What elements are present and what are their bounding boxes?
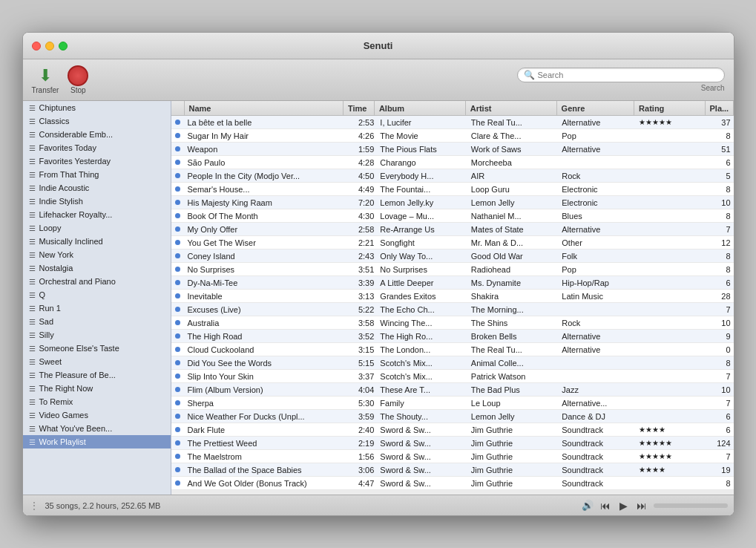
playlist-icon: ☰ (29, 358, 36, 366)
table-row[interactable]: Slip Into Your Skin 3:37 Scotch's Mix...… (171, 370, 734, 383)
table-row[interactable]: People In the City (Modjo Ver... 4:50 Ev… (171, 169, 734, 183)
sidebar-item[interactable]: ☰Nostalgia (23, 261, 171, 275)
sidebar-item[interactable]: ☰New York (23, 248, 171, 261)
table-row[interactable]: Nice Weather For Ducks (Unpl... 3:59 The… (171, 410, 734, 423)
title-bar: Senuti (23, 33, 734, 59)
playlist-icon: ☰ (29, 318, 36, 326)
col-header-rating[interactable]: Rating (634, 101, 705, 115)
sidebar-item[interactable]: ☰The Pleasure of Be... (23, 368, 171, 382)
sidebar-item[interactable]: ☰Someone Else's Taste (23, 342, 171, 355)
song-status-bullet (175, 333, 180, 339)
table-row[interactable]: The Ballad of the Space Babies 3:06 Swor… (171, 463, 734, 477)
close-button[interactable] (32, 42, 41, 50)
sidebar-item[interactable]: ☰Lifehacker Royalty... (23, 208, 171, 221)
sidebar-item[interactable]: ☰Musically Inclined (23, 235, 171, 248)
song-album-cell: Songfight (377, 238, 467, 247)
table-row[interactable]: Dy-Na-Mi-Tee 3:39 A Little Deeper Ms. Dy… (171, 276, 734, 290)
table-row[interactable]: Sugar In My Hair 4:26 The Movie Clare & … (171, 129, 734, 143)
sidebar-item-label: Indie Stylish (39, 197, 83, 206)
prev-button[interactable]: ⏮ (598, 500, 613, 512)
table-row[interactable]: São Paulo 4:28 Charango Morcheeba 6 (171, 156, 734, 169)
table-row[interactable]: Dark Flute 2:40 Sword & Sw... Jim Guthri… (171, 423, 734, 437)
sidebar-item[interactable]: ☰Loopy (23, 221, 171, 235)
sidebar-item[interactable]: ☰Indie Stylish (23, 195, 171, 208)
song-time-cell: 2:58 (346, 225, 377, 234)
sidebar-item[interactable]: ☰Chiptunes (23, 101, 171, 114)
resize-grip[interactable]: ⋮ (29, 500, 39, 512)
table-row[interactable]: My Only Offer 2:58 Re-Arrange Us Mates o… (171, 223, 734, 236)
playlist-icon: ☰ (29, 184, 36, 192)
sidebar-item[interactable]: ☰Q (23, 288, 171, 301)
table-row[interactable]: Flim (Album Version) 4:04 These Are T...… (171, 383, 734, 397)
sidebar-item[interactable]: ☰What You've Been... (23, 422, 171, 435)
sidebar-item[interactable]: ☰Work Playlist (23, 435, 171, 448)
col-header-plays[interactable]: Pla... (706, 101, 734, 115)
song-status-bullet (175, 200, 180, 205)
minimize-button[interactable] (45, 42, 54, 50)
sidebar-item[interactable]: ☰Favorites Today (23, 141, 171, 154)
sidebar-item[interactable]: ☰Sweet (23, 355, 171, 368)
table-row[interactable]: La bête et la belle 2:53 I, Lucifer The … (171, 116, 734, 129)
song-status-cell (171, 133, 185, 138)
table-row[interactable]: His Majesty King Raam 7:20 Lemon Jelly.k… (171, 196, 734, 209)
progress-bar[interactable] (654, 503, 728, 508)
sidebar-item[interactable]: ☰Video Games (23, 408, 171, 422)
col-header-time[interactable]: Time (344, 101, 375, 115)
song-status-bullet (175, 480, 180, 486)
table-row[interactable]: Coney Island 2:43 Only Way To... Good Ol… (171, 249, 734, 263)
sidebar-item[interactable]: ☰The Right Now (23, 382, 171, 395)
song-artist-cell: Morcheeba (468, 158, 559, 167)
song-album-cell: Only Way To... (377, 252, 467, 261)
table-row[interactable]: No Surprises 3:51 No Surprises Radiohead… (171, 263, 734, 276)
maximize-button[interactable] (59, 42, 68, 50)
transfer-button[interactable]: ⬇ Transfer (32, 65, 59, 94)
song-plays-cell: 0 (706, 345, 734, 354)
table-row[interactable]: Inevitable 3:13 Grandes Exitos Shakira L… (171, 290, 734, 303)
search-input[interactable] (538, 71, 718, 79)
playlist-icon: ☰ (29, 331, 36, 339)
song-status-bullet (175, 160, 180, 165)
table-row[interactable]: Sherpa 5:30 Family Le Loup Alternative..… (171, 397, 734, 410)
table-row[interactable]: Cloud Cuckooland 3:15 The London... The … (171, 343, 734, 356)
sidebar-item[interactable]: ☰Considerable Emb... (23, 128, 171, 141)
sidebar-item[interactable]: ☰Classics (23, 114, 171, 128)
play-button[interactable]: ▶ (617, 500, 630, 512)
song-status-cell (171, 400, 185, 405)
col-header-name[interactable]: Name (185, 101, 344, 115)
table-row[interactable]: Semar's House... 4:49 The Fountai... Loo… (171, 183, 734, 196)
table-row[interactable]: The Prettiest Weed 2:19 Sword & Sw... Ji… (171, 437, 734, 450)
table-row[interactable]: The High Road 3:52 The High Ro... Broken… (171, 330, 734, 343)
table-row[interactable]: Excuses (Live) 5:22 The Echo Ch... The M… (171, 303, 734, 316)
table-row[interactable]: Australia 3:58 Wincing The... The Shins … (171, 316, 734, 330)
sidebar-item[interactable]: ☰Orchestral and Piano (23, 275, 171, 288)
table-row[interactable]: And We Got Older (Bonus Track) 4:47 Swor… (171, 477, 734, 490)
sidebar-item[interactable]: ☰Indie Acoustic (23, 181, 171, 195)
stop-button[interactable]: Stop (68, 65, 88, 94)
song-status-bullet (175, 307, 180, 312)
song-album-cell: Re-Arrange Us (377, 225, 467, 234)
song-artist-cell: The Real Tu... (468, 345, 559, 354)
song-genre-cell: Jazz (559, 385, 635, 394)
table-row[interactable]: Did You See the Words 5:15 Scotch's Mix.… (171, 356, 734, 370)
sidebar-item[interactable]: ☰Sad (23, 315, 171, 328)
sidebar-item[interactable]: ☰To Remix (23, 395, 171, 408)
col-header-artist[interactable]: Artist (466, 101, 557, 115)
song-album-cell: Grandes Exitos (377, 292, 467, 301)
sidebar-item[interactable]: ☰Favorites Yesterday (23, 154, 171, 168)
sidebar-item[interactable]: ☰Silly (23, 328, 171, 342)
song-album-cell: The Echo Ch... (377, 305, 467, 314)
table-row[interactable]: Weapon 1:59 The Pious Flats Work of Saws… (171, 143, 734, 156)
playlist-icon: ☰ (29, 117, 36, 125)
table-row[interactable]: You Get The Wiser 2:21 Songfight Mr. Man… (171, 236, 734, 249)
table-row[interactable]: The Maelstrom 1:56 Sword & Sw... Jim Gut… (171, 450, 734, 463)
song-status-bullet (175, 133, 180, 138)
sidebar-item[interactable]: ☰From That Thing (23, 168, 171, 181)
col-header-genre[interactable]: Genre (557, 101, 635, 115)
song-artist-cell: Jim Guthrie (468, 425, 559, 434)
table-row[interactable]: Book Of The Month 4:30 Lovage – Mu... Na… (171, 209, 734, 223)
song-genre-cell: Latin Music (559, 292, 635, 301)
sidebar-item-label: The Pleasure of Be... (39, 371, 116, 379)
next-button[interactable]: ⏭ (634, 500, 649, 512)
sidebar-item[interactable]: ☰Run 1 (23, 301, 171, 315)
col-header-album[interactable]: Album (375, 101, 466, 115)
